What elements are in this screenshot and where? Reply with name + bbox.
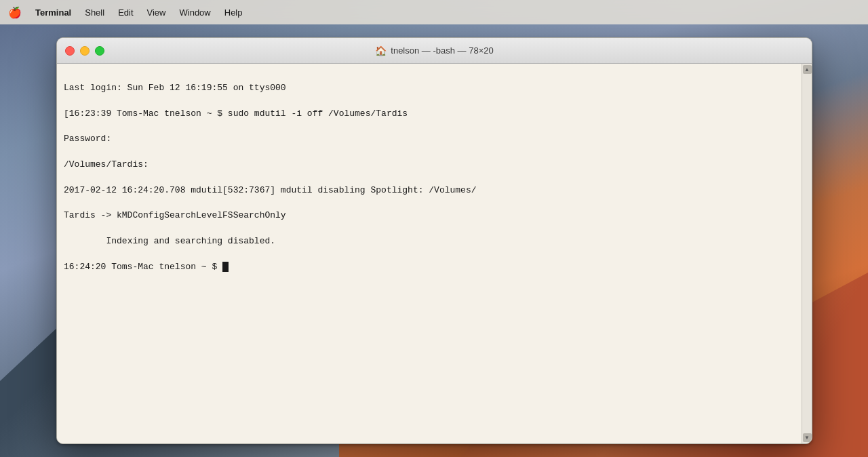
menu-view[interactable]: View: [147, 7, 166, 18]
terminal-line-1: Last login: Sun Feb 12 16:19:55 on ttys0…: [64, 82, 795, 95]
menu-window[interactable]: Window: [180, 7, 211, 18]
terminal-window: 🏠 tnelson — -bash — 78×20 Last login: Su…: [56, 37, 812, 444]
menu-help[interactable]: Help: [224, 7, 243, 18]
terminal-body[interactable]: Last login: Sun Feb 12 16:19:55 on ttys0…: [57, 64, 812, 443]
cursor: [222, 262, 229, 272]
scrollbar[interactable]: ▲ ▼: [802, 64, 812, 443]
traffic-lights: [65, 46, 104, 56]
terminal-line-2: [16:23:39 Toms-Mac tnelson ~ $ sudo mdut…: [64, 108, 795, 121]
terminal-line-4: /Volumes/Tardis:: [64, 159, 795, 172]
menubar: 🍎 Terminal Shell Edit View Window Help: [0, 0, 868, 24]
terminal-line-5: 2017-02-12 16:24:20.708 mdutil[532:7367]…: [64, 184, 795, 197]
terminal-line-3: Password:: [64, 133, 795, 146]
maximize-button[interactable]: [95, 46, 104, 56]
scroll-down-button[interactable]: ▼: [803, 433, 812, 442]
title-bar: 🏠 tnelson — -bash — 78×20: [57, 38, 812, 64]
window-title: 🏠 tnelson — -bash — 78×20: [375, 45, 493, 56]
close-button[interactable]: [65, 46, 75, 56]
terminal-line-6: Tardis -> kMDConfigSearchLevelFSSearchOn…: [64, 210, 795, 222]
window-title-text: tnelson — -bash — 78×20: [391, 45, 493, 56]
menu-terminal[interactable]: Terminal: [35, 7, 71, 18]
terminal-line-7: Indexing and searching disabled.: [64, 235, 795, 248]
menu-shell[interactable]: Shell: [85, 7, 104, 18]
home-icon: 🏠: [375, 45, 387, 56]
terminal-output[interactable]: Last login: Sun Feb 12 16:19:55 on ttys0…: [57, 64, 802, 443]
menu-edit[interactable]: Edit: [118, 7, 133, 18]
minimize-button[interactable]: [80, 46, 90, 56]
scroll-up-button[interactable]: ▲: [803, 65, 812, 74]
terminal-line-8: 16:24:20 Toms-Mac tnelson ~ $: [64, 261, 795, 274]
apple-menu[interactable]: 🍎: [8, 6, 22, 19]
